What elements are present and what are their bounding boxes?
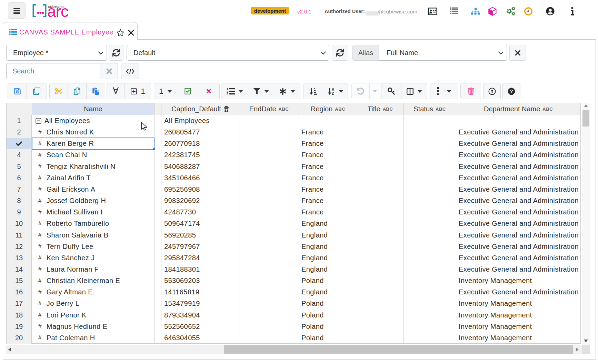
svg-text:A: A [332, 88, 334, 91]
svg-text:arc: arc [47, 2, 68, 20]
svg-text:Z: Z [332, 92, 334, 95]
svg-text:?: ? [510, 88, 513, 94]
svg-text:3: 3 [227, 92, 228, 95]
